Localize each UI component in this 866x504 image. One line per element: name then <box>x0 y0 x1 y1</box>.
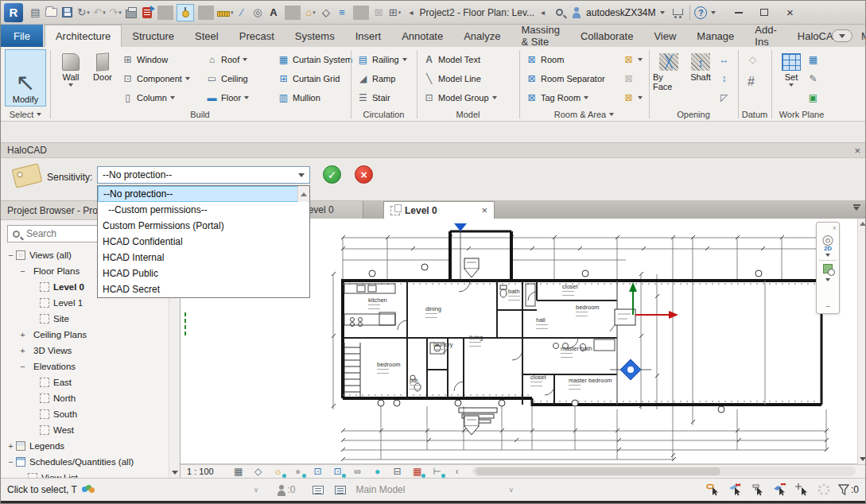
tree-item[interactable]: North <box>1 390 169 406</box>
measure-bar-icon[interactable]: ⊢ <box>431 466 444 477</box>
wall-button[interactable]: Wall <box>55 50 87 103</box>
ribbon-tab[interactable]: Massing & Site <box>511 25 569 47</box>
tree-expand-toggle[interactable]: + <box>17 346 28 355</box>
navbar-close-icon[interactable]: × <box>833 224 837 232</box>
show-work-plane-button[interactable]: ▦ <box>807 52 819 67</box>
dropdown-option[interactable]: HCAD Secret <box>98 281 309 297</box>
area-button[interactable]: ⊠ <box>623 52 643 67</box>
crop-view-icon[interactable]: ⊡ <box>312 466 324 477</box>
select-by-face-toggle[interactable] <box>773 483 787 496</box>
tree-item[interactable]: + 3D Views <box>1 343 169 359</box>
ribbon-tab[interactable]: Add-Ins <box>744 25 786 47</box>
vertical-opening-button[interactable]: ↕ <box>718 71 730 86</box>
ribbon-tab[interactable]: Steel <box>184 25 229 47</box>
tree-item[interactable]: + Ceiling Plans <box>1 327 169 343</box>
view-tab-active[interactable]: Level 0 × <box>383 201 495 219</box>
tree-item[interactable]: Site <box>1 311 169 327</box>
ribbon-tab[interactable]: Annotate <box>391 25 453 47</box>
editing-requests-button[interactable]: :0 <box>278 484 295 496</box>
tree-expand-toggle[interactable]: + <box>17 330 28 339</box>
apply-button[interactable]: ✓ <box>323 165 341 184</box>
user-icon[interactable] <box>569 4 584 21</box>
search-icon[interactable] <box>551 4 567 21</box>
visual-style-icon[interactable]: ◇ <box>252 466 265 477</box>
area-boundary-button[interactable]: ⊠ <box>623 71 635 86</box>
dropdown-scroll-up[interactable] <box>297 186 309 202</box>
sensitivity-combobox[interactable]: --No protection-- <box>97 166 310 184</box>
mullion-button[interactable]: ▥Mullion <box>278 90 320 105</box>
scroll-left-icon[interactable]: ‹ <box>456 466 459 477</box>
door-button[interactable]: Door <box>87 50 118 103</box>
thin-lines-icon[interactable]: ≡ <box>335 4 351 21</box>
separator[interactable] <box>285 6 301 20</box>
opening-by-face-button[interactable]: ╳By Face <box>653 50 685 103</box>
tab-close-icon[interactable]: × <box>481 204 487 216</box>
minimize-button[interactable] <box>727 3 751 22</box>
close-button[interactable]: × <box>778 3 802 22</box>
tab-list-menu-icon[interactable] <box>851 204 862 215</box>
ribbon-tab[interactable]: Systems <box>285 25 345 47</box>
pin-tool-icon[interactable] <box>176 4 196 21</box>
halocad-panel-header[interactable]: HaloCAD × <box>1 142 866 158</box>
zoom-menu-caret[interactable] <box>825 278 830 281</box>
shadows-icon[interactable]: ● <box>292 466 305 477</box>
ribbon-tab[interactable]: Precast <box>229 25 285 47</box>
text-icon[interactable]: A <box>266 4 282 21</box>
dropdown-option[interactable]: HCAD Internal <box>98 250 309 266</box>
model-text-button[interactable]: AModel Text <box>423 52 480 67</box>
stair-button[interactable]: ☰Stair <box>357 90 390 105</box>
shaft-opening-button[interactable]: ↕Shaft <box>686 50 715 103</box>
ref-plane-button[interactable]: ✎ <box>807 71 819 86</box>
dropdown-option[interactable]: Custom Permissions (Portal) <box>98 218 309 234</box>
separator[interactable] <box>353 6 369 20</box>
temporary-hide-icon[interactable]: ● <box>371 466 384 477</box>
app-store-cart-icon[interactable] <box>670 4 685 21</box>
ceiling-button[interactable]: ▭Ceiling <box>206 71 248 86</box>
open-icon[interactable] <box>44 4 60 21</box>
tree-item[interactable]: View List <box>1 470 169 478</box>
modify-button[interactable]: ↖ Modify <box>5 49 46 107</box>
select-underlay-toggle[interactable] <box>728 483 743 496</box>
default-3d-view-icon[interactable]: ⌂▾ <box>303 4 319 21</box>
collapse-title-icon[interactable]: ◂ <box>410 8 414 17</box>
export-icon[interactable] <box>139 4 155 21</box>
tag-area-button[interactable]: ⊠ <box>623 90 643 105</box>
scale-button[interactable]: 1 : 100 <box>187 467 214 476</box>
select-panel-footer[interactable]: Select <box>5 110 46 119</box>
help-icon[interactable]: ? <box>694 6 707 19</box>
tree-expand-toggle[interactable]: − <box>17 362 28 371</box>
room-area-panel-footer[interactable]: Room & Area <box>519 110 649 119</box>
component-button[interactable]: ⊡Component <box>122 71 190 86</box>
dropdown-option[interactable]: HCAD Public <box>98 266 309 281</box>
wheel-menu-caret[interactable] <box>825 254 830 257</box>
curtain-system-button[interactable]: ▦Curtain System <box>278 52 352 67</box>
help-caret[interactable] <box>711 11 716 14</box>
ribbon-tab[interactable]: File <box>1 25 43 47</box>
wall-opening-button[interactable]: ↔ <box>718 52 730 67</box>
maximize-button[interactable] <box>752 3 776 22</box>
aligned-dimension-icon[interactable]: ∕ <box>235 4 250 21</box>
canvas-vertical-scrollbar[interactable] <box>857 219 866 464</box>
design-options-dialog-icon[interactable] <box>335 486 346 494</box>
floor-button[interactable]: ▬Floor <box>206 90 249 105</box>
column-button[interactable]: ▯Column <box>122 90 175 105</box>
tree-expand-toggle[interactable]: − <box>17 266 28 276</box>
navbar-collapse-icon[interactable]: − <box>825 301 830 311</box>
sun-path-icon[interactable]: ☼ <box>272 466 285 477</box>
tree-expand-toggle[interactable]: − <box>6 250 16 260</box>
tag-room-button[interactable]: ⊠Tag Room <box>526 90 588 105</box>
drag-on-selection-toggle[interactable] <box>795 483 810 496</box>
tree-item[interactable]: South <box>1 406 169 422</box>
ramp-button[interactable]: ◢Ramp <box>357 71 395 86</box>
room-button[interactable]: ⊠Room <box>526 52 564 67</box>
collapse-title-icon-2[interactable]: ◂ <box>541 8 545 17</box>
user-menu-caret[interactable] <box>660 11 665 14</box>
crop-region-icon[interactable]: ⊡ <box>332 466 344 477</box>
filter-button[interactable]: :0 <box>838 484 859 495</box>
level-button[interactable]: ◇ <box>747 52 759 67</box>
ribbon-tab[interactable]: Manage <box>686 25 744 47</box>
roof-button[interactable]: ⌂Roof <box>206 52 247 67</box>
grid-button[interactable]: # <box>745 74 757 89</box>
close-inactive-icon[interactable]: ⊠ <box>371 4 387 21</box>
ribbon-tab[interactable]: Architecture <box>45 25 122 47</box>
